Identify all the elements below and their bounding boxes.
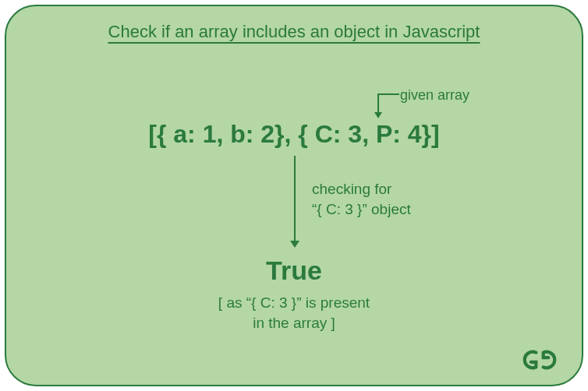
given-array-label: given array [400, 87, 469, 104]
gfg-logo-icon [521, 349, 558, 371]
explanation: [ as “{ C: 3 }” is present in the array … [218, 293, 370, 333]
diagram-card: Check if an array includes an object in … [5, 5, 583, 386]
explanation-line2: in the array ] [218, 313, 370, 333]
explanation-line1: [ as “{ C: 3 }” is present [218, 293, 370, 313]
checking-label: checking for “{ C: 3 }” object [312, 179, 411, 219]
result-value: True [266, 255, 322, 286]
diagram-title: Check if an array includes an object in … [108, 22, 480, 42]
given-array-arrow [368, 93, 399, 120]
down-arrow [294, 156, 296, 241]
checking-label-line2: “{ C: 3 }” object [312, 199, 411, 220]
array-expression: [{ a: 1, b: 2}, { C: 3, P: 4}] [148, 120, 439, 149]
checking-label-line1: checking for [312, 179, 411, 199]
